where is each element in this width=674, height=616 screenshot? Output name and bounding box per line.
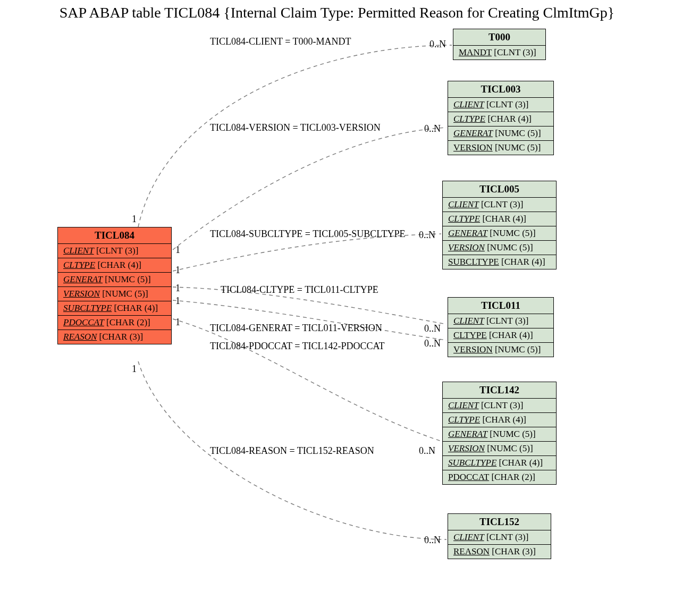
- entity-ticl005: TICL005 CLIENT [CLNT (3)] CLTYPE [CHAR (…: [442, 181, 557, 269]
- edge-label: TICL084-CLTYPE = TICL011-CLTYPE: [221, 284, 378, 296]
- entity-header: TICL152: [448, 514, 551, 530]
- cardinality-right: 0..N: [424, 535, 441, 546]
- field-row: PDOCCAT [CHAR (2)]: [443, 470, 556, 484]
- entity-ticl084: TICL084 CLIENT [CLNT (3)] CLTYPE [CHAR (…: [57, 227, 172, 344]
- cardinality-left: 1: [132, 214, 137, 225]
- field-row: SUBCLTYPE [CHAR (4)]: [443, 456, 556, 470]
- cardinality-right: 0..N: [424, 123, 441, 134]
- field-row: GENERAT [NUMC (5)]: [448, 126, 553, 141]
- field-row: REASON [CHAR (3)]: [58, 330, 171, 344]
- field-row: GENERAT [NUMC (5)]: [58, 273, 171, 287]
- field-row: CLTYPE [CHAR (4)]: [443, 212, 556, 226]
- entity-header: TICL005: [443, 181, 556, 198]
- field-row: CLIENT [CLNT (3)]: [443, 198, 556, 212]
- entity-header: TICL011: [448, 298, 553, 314]
- entity-header: TICL003: [448, 81, 553, 98]
- field-row: MANDT [CLNT (3)]: [453, 46, 545, 60]
- field-row: VERSION [NUMC (5)]: [448, 343, 553, 357]
- edge-label: TICL084-SUBCLTYPE = TICL005-SUBCLTYPE: [210, 229, 406, 240]
- diagram-title: SAP ABAP table TICL084 {Internal Claim T…: [0, 4, 674, 21]
- field-row: CLTYPE [CHAR (4)]: [448, 112, 553, 126]
- cardinality-left: 1: [175, 244, 180, 256]
- edge-t000: [138, 45, 452, 227]
- edge-ticl142: [173, 319, 441, 441]
- field-row: CLIENT [CLNT (3)]: [448, 314, 553, 328]
- cardinality-left: 1: [132, 364, 137, 375]
- entity-ticl011: TICL011 CLIENT [CLNT (3)] CLTYPE [CHAR (…: [448, 297, 554, 357]
- cardinality-left: 1: [175, 317, 180, 328]
- entity-ticl142: TICL142 CLIENT [CLNT (3)] CLTYPE [CHAR (…: [442, 382, 557, 485]
- field-row: VERSION [NUMC (5)]: [448, 141, 553, 155]
- cardinality-left: 1: [175, 265, 180, 276]
- cardinality-left: 1: [175, 296, 180, 307]
- field-row: CLTYPE [CHAR (4)]: [448, 328, 553, 343]
- cardinality-right: 0..N: [419, 230, 435, 241]
- edge-label: TICL084-CLIENT = T000-MANDT: [210, 36, 351, 47]
- cardinality-left: 1: [175, 283, 180, 294]
- edge-label: TICL084-REASON = TICL152-REASON: [210, 445, 374, 457]
- field-row: PDOCCAT [CHAR (2)]: [58, 316, 171, 330]
- field-row: CLIENT [CLNT (3)]: [448, 530, 551, 545]
- cardinality-right: 0..N: [424, 323, 441, 334]
- field-row: CLIENT [CLNT (3)]: [448, 98, 553, 112]
- field-row: VERSION [NUMC (5)]: [443, 442, 556, 456]
- entity-t000: T000 MANDT [CLNT (3)]: [453, 29, 546, 60]
- entity-header: T000: [453, 29, 545, 46]
- cardinality-right: 0..N: [424, 338, 441, 349]
- field-row: GENERAT [NUMC (5)]: [443, 427, 556, 442]
- cardinality-right: 0..N: [419, 445, 435, 457]
- field-row: SUBCLTYPE [CHAR (4)]: [443, 255, 556, 269]
- field-row: CLTYPE [CHAR (4)]: [443, 413, 556, 427]
- edge-label: TICL084-VERSION = TICL003-VERSION: [210, 122, 381, 133]
- cardinality-right: 0..N: [429, 39, 446, 50]
- field-row: VERSION [NUMC (5)]: [443, 241, 556, 255]
- entity-header: TICL142: [443, 382, 556, 399]
- edge-ticl011-version: [173, 300, 446, 340]
- field-row: CLIENT [CLNT (3)]: [443, 399, 556, 413]
- field-row: SUBCLTYPE [CHAR (4)]: [58, 301, 171, 316]
- entity-ticl003: TICL003 CLIENT [CLNT (3)] CLTYPE [CHAR (…: [448, 81, 554, 155]
- field-row: CLTYPE [CHAR (4)]: [58, 258, 171, 273]
- field-row: VERSION [NUMC (5)]: [58, 287, 171, 301]
- field-row: REASON [CHAR (3)]: [448, 545, 551, 559]
- field-row: CLIENT [CLNT (3)]: [58, 244, 171, 258]
- entity-header: TICL084: [58, 227, 171, 244]
- entity-ticl152: TICL152 CLIENT [CLNT (3)] REASON [CHAR (…: [448, 513, 551, 559]
- field-row: GENERAT [NUMC (5)]: [443, 226, 556, 241]
- edge-label: TICL084-PDOCCAT = TICL142-PDOCCAT: [210, 341, 385, 352]
- edge-label: TICL084-GENERAT = TICL011-VERSION: [210, 323, 382, 334]
